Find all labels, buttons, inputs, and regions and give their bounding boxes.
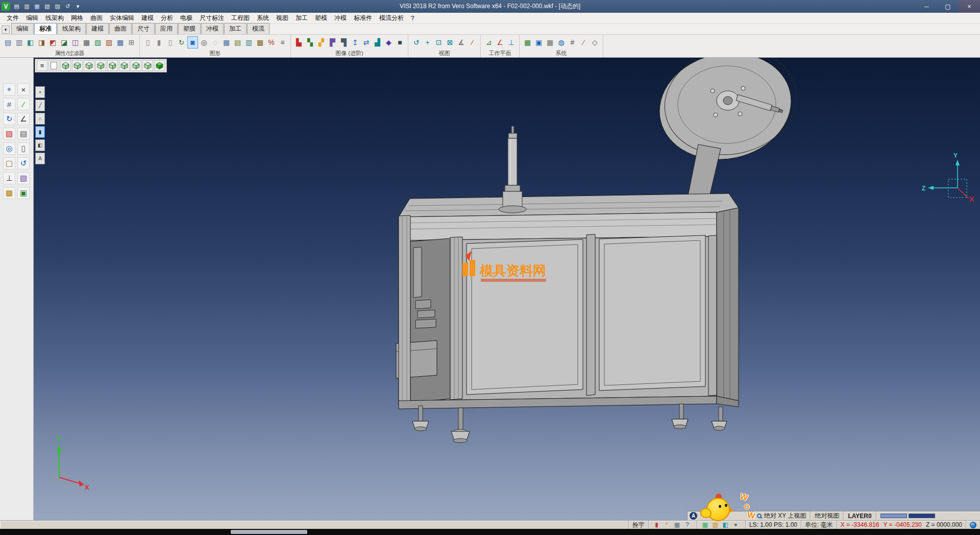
hidden-line-mode-icon[interactable]: ◌ bbox=[210, 36, 220, 48]
tab-1[interactable]: 标准 bbox=[34, 23, 57, 34]
menu-item-14[interactable]: 塑模 bbox=[311, 13, 331, 23]
shaded-mode-icon[interactable]: ◙ bbox=[187, 36, 198, 48]
layer-field[interactable]: LAYER0 bbox=[843, 512, 875, 520]
erase-entities-icon[interactable]: ▦ bbox=[81, 36, 92, 48]
sync-field[interactable] bbox=[966, 521, 980, 529]
graphics-list-icon[interactable]: ▤ bbox=[232, 36, 243, 48]
zoom-extents-icon[interactable]: ⊠ bbox=[445, 36, 455, 48]
back-view-icon[interactable] bbox=[119, 60, 130, 71]
model-tree-icon[interactable]: ▮ bbox=[652, 521, 661, 528]
snap-toggle[interactable]: 拴宇 bbox=[628, 521, 648, 529]
surface-filter-button[interactable]: ◧ bbox=[35, 139, 45, 151]
tab-10[interactable]: 模流 bbox=[247, 23, 270, 34]
menu-item-11[interactable]: 系统 bbox=[253, 13, 273, 23]
top-view-icon[interactable] bbox=[84, 60, 94, 71]
workplane-standard-icon[interactable]: ⊿ bbox=[483, 36, 494, 48]
toolbar-options-icon[interactable]: ▾ bbox=[74, 2, 82, 11]
texture-map-icon[interactable]: ▚ bbox=[305, 36, 315, 48]
select-entity-icon[interactable]: ⌖ bbox=[3, 83, 15, 95]
menu-item-0[interactable]: 文件 bbox=[3, 13, 22, 23]
wireframe-mode-icon[interactable]: ◎ bbox=[199, 36, 209, 48]
layer-filter-icon[interactable]: ◪ bbox=[59, 36, 69, 48]
taskbar-item[interactable] bbox=[231, 530, 307, 534]
menu-item-7[interactable]: 分析 bbox=[157, 13, 177, 23]
calculator-icon[interactable]: # bbox=[567, 36, 578, 48]
shadows-icon[interactable]: ▜ bbox=[338, 36, 349, 48]
undo-tool-icon[interactable]: ↺ bbox=[17, 157, 30, 169]
transparency-icon[interactable]: % bbox=[266, 36, 277, 48]
hatch-tool-icon[interactable]: ▩ bbox=[3, 187, 15, 199]
view-mode-field[interactable]: 绝对视图 bbox=[810, 512, 843, 520]
viewport[interactable]: ≡ •╱∩▮◧A bbox=[34, 58, 980, 520]
menu-item-1[interactable]: 编辑 bbox=[22, 13, 42, 23]
ungroup-entities-icon[interactable]: ▨ bbox=[104, 36, 114, 48]
front-view-icon[interactable] bbox=[72, 60, 83, 71]
help-info-icon[interactable]: ? bbox=[683, 521, 692, 528]
left-view-icon[interactable] bbox=[107, 60, 118, 71]
tab-5[interactable]: 尺寸 bbox=[132, 23, 155, 34]
right-view-icon[interactable] bbox=[95, 60, 106, 71]
menu-item-4[interactable]: 曲面 bbox=[87, 13, 106, 23]
type-filter-icon[interactable]: ◫ bbox=[70, 36, 81, 48]
arc-filter-button[interactable]: ∩ bbox=[35, 113, 45, 125]
menu-item-16[interactable]: 标准件 bbox=[350, 13, 376, 23]
tab-8[interactable]: 冲模 bbox=[201, 23, 224, 34]
graphics-sheet-icon[interactable]: ▩ bbox=[255, 36, 265, 48]
tab-3[interactable]: 建模 bbox=[86, 23, 109, 34]
close-button[interactable]: × bbox=[959, 0, 980, 13]
undo-icon[interactable]: ↺ bbox=[63, 2, 72, 11]
menu-item-10[interactable]: 工程图 bbox=[228, 13, 253, 23]
group-entities-icon[interactable]: ▧ bbox=[92, 36, 103, 48]
graphics-cells-icon[interactable]: ▥ bbox=[243, 36, 254, 48]
scene-settings-icon[interactable]: ■ bbox=[395, 36, 405, 48]
print-icon[interactable]: ▧ bbox=[43, 2, 52, 11]
refresh-graphics-icon[interactable]: ↻ bbox=[176, 36, 187, 48]
system-options-icon[interactable]: ◇ bbox=[590, 36, 600, 48]
apply-attributes-icon[interactable]: ◨ bbox=[36, 36, 47, 48]
menu-item-2[interactable]: 线架构 bbox=[42, 13, 67, 23]
tab-2[interactable]: 线架构 bbox=[57, 23, 86, 34]
tab-9[interactable]: 加工 bbox=[224, 23, 247, 34]
tab-6[interactable]: 应用 bbox=[155, 23, 178, 34]
minimize-button[interactable]: ─ bbox=[916, 0, 937, 13]
system-settings-icon[interactable]: ▦ bbox=[673, 521, 681, 528]
bottom-view-icon[interactable] bbox=[131, 60, 141, 71]
tab-7[interactable]: 塑膜 bbox=[178, 23, 201, 34]
workplane-view-icon[interactable]: ⊥ bbox=[506, 36, 517, 48]
display-info-icon[interactable]: ≡ bbox=[277, 36, 288, 48]
export-image-icon[interactable]: ▟ bbox=[372, 36, 383, 48]
box-tool-icon[interactable]: ▢ bbox=[3, 157, 15, 169]
view-database-icon[interactable]: ▯ bbox=[142, 36, 153, 48]
zoom-window-icon[interactable]: ⊡ bbox=[433, 36, 444, 48]
menu-item-8[interactable]: 电极 bbox=[177, 13, 196, 23]
print-entity-icon[interactable]: ▥ bbox=[14, 36, 24, 48]
tab-4[interactable]: 曲面 bbox=[109, 23, 132, 34]
open-file-icon[interactable]: ▥ bbox=[22, 2, 31, 11]
entity-properties-icon[interactable]: ▤ bbox=[3, 36, 13, 48]
menu-item-5[interactable]: 实体编辑 bbox=[106, 13, 138, 23]
delete-entity-icon[interactable]: × bbox=[17, 83, 30, 95]
text-note-icon[interactable]: ▤ bbox=[17, 128, 30, 140]
menu-item-18[interactable]: ? bbox=[407, 14, 418, 23]
color-table-icon[interactable]: ▦ bbox=[522, 36, 533, 48]
graphics-grid-icon[interactable]: ▦ bbox=[221, 36, 232, 48]
menu-item-9[interactable]: 尺寸标注 bbox=[196, 13, 228, 23]
single-viewport-icon[interactable] bbox=[48, 60, 59, 71]
layer-manager-icon[interactable]: ▧ bbox=[17, 172, 30, 184]
text-filter-button[interactable]: A bbox=[35, 153, 45, 164]
axonometric-view-icon[interactable] bbox=[60, 60, 71, 71]
markup-view-icon[interactable]: ∕ bbox=[467, 36, 478, 48]
menu-item-6[interactable]: 建模 bbox=[138, 13, 157, 23]
rotate-entity-icon[interactable]: ↻ bbox=[3, 113, 15, 125]
save-icon[interactable]: ▦ bbox=[33, 2, 41, 11]
render-cube-icon[interactable]: ◆ bbox=[383, 36, 394, 48]
render-quality-icon[interactable]: ▙ bbox=[293, 36, 304, 48]
cylinder-tool-icon[interactable]: ▯ bbox=[17, 142, 30, 155]
fill-color-icon[interactable]: ▨ bbox=[3, 128, 15, 140]
view-list-icon[interactable]: ≡ bbox=[37, 60, 47, 71]
dynamic-view-icon[interactable]: ↺ bbox=[411, 36, 422, 48]
point-filter-button[interactable]: • bbox=[35, 86, 45, 98]
sphere-display-icon[interactable]: ◍ bbox=[556, 36, 567, 48]
menu-item-3[interactable]: 网格 bbox=[67, 13, 87, 23]
swap-image-icon[interactable]: ⇄ bbox=[361, 36, 372, 48]
